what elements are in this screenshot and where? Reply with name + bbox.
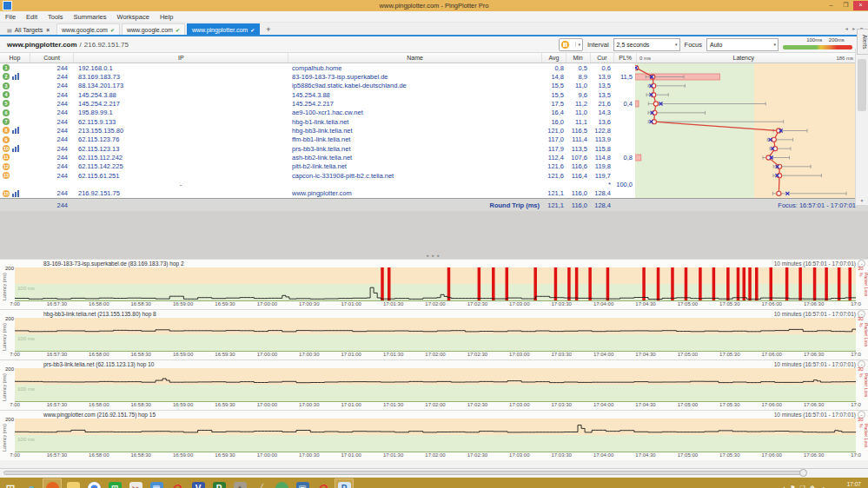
- new-tab-button[interactable]: +: [262, 23, 275, 35]
- x-tick-label: 17:04:00: [593, 301, 613, 307]
- scroll-down-icon[interactable]: ▼: [856, 196, 868, 205]
- tab-google-1[interactable]: www.google.com ✔: [56, 23, 120, 35]
- target-host: www.pingplotter.com: [7, 41, 77, 49]
- focus-select[interactable]: Auto ▾: [706, 38, 779, 51]
- packet-loss-cell: 100,0: [613, 181, 635, 188]
- internet-explorer-icon[interactable]: e: [22, 478, 41, 488]
- graphics-tool-icon[interactable]: ✦: [230, 478, 249, 488]
- internet-explorer-icon-glyph: e: [25, 482, 38, 488]
- count-cell: 244: [30, 64, 73, 72]
- min-cell: 9,6: [567, 91, 590, 99]
- x-tick-label: 17:04:30: [635, 452, 655, 458]
- scrollbar-thumb[interactable]: [3, 471, 805, 475]
- timeline-hop-8[interactable]: hbg-bb3-link.telia.net (213.155.135.80) …: [0, 309, 868, 359]
- hop-cell: 13: [0, 172, 30, 179]
- avg-cell: 0,8: [543, 64, 567, 72]
- project-icon[interactable]: P: [209, 478, 229, 488]
- network-status-icon[interactable]: ⚑×: [790, 485, 795, 488]
- cur-cell: 21,6: [590, 100, 613, 108]
- remote-desktop-icon[interactable]: ▣: [293, 478, 312, 488]
- opera-icon[interactable]: O: [168, 478, 187, 488]
- menu-tools[interactable]: Tools: [43, 13, 69, 21]
- latency-whisker-chart: [635, 63, 856, 198]
- menu-edit[interactable]: Edit: [21, 13, 43, 21]
- tab-label: All Targets: [15, 27, 43, 33]
- visio-icon-glyph: V: [192, 482, 205, 488]
- alerts-side-tab[interactable]: Alerts: [857, 29, 868, 55]
- col-ip[interactable]: IP: [74, 53, 288, 63]
- opera-2-icon[interactable]: O: [314, 478, 333, 488]
- tab-all-targets[interactable]: ▤ All Targets ×: [2, 23, 55, 35]
- tray-expand-icon[interactable]: ▴: [783, 485, 786, 488]
- calculator-icon-glyph: ▦: [150, 482, 163, 488]
- maximize-button[interactable]: ❐: [838, 1, 853, 10]
- hop-badge: 5: [3, 100, 10, 107]
- close-button[interactable]: ×: [853, 1, 868, 10]
- avg-cell: 121,6: [543, 172, 567, 180]
- close-icon[interactable]: ×: [46, 27, 50, 33]
- pause-button[interactable]: ▾: [559, 38, 583, 51]
- action-center-icon[interactable]: ❖: [810, 485, 815, 488]
- window-title: www.pingplotter.com - PingPlotter Pro: [0, 2, 868, 10]
- menu-summaries[interactable]: Summaries: [69, 13, 112, 21]
- firefox-icon[interactable]: [43, 478, 62, 488]
- avg-cell: 14,8: [543, 73, 567, 81]
- col-pl[interactable]: PL%: [614, 53, 637, 63]
- timeline-hop-10[interactable]: prs-bb3-link.telia.net (62.115.123.13) h…: [0, 359, 868, 410]
- col-avg[interactable]: Avg: [542, 53, 567, 63]
- scrollbar-knob[interactable]: [799, 469, 807, 477]
- microphone-icon[interactable]: ╱: [251, 478, 270, 488]
- menu-file[interactable]: File: [0, 13, 21, 21]
- volume-icon[interactable]: ◄: [819, 485, 825, 488]
- svg-text:100 ms: 100 ms: [17, 437, 35, 442]
- timeline-plot[interactable]: 100 ms: [15, 318, 856, 352]
- scrollbar-thumb[interactable]: [858, 59, 866, 111]
- pl-max-label: 30: [858, 316, 864, 321]
- start-button[interactable]: ⊞: [1, 478, 20, 488]
- footer-count: 244: [0, 201, 73, 209]
- pingplotter-icon[interactable]: P: [335, 478, 354, 488]
- menu-help[interactable]: Help: [155, 13, 178, 21]
- x-tick-label: 17:06:00: [762, 352, 782, 357]
- timeline-hop-2[interactable]: 83-169-183-73-isp.superkabel.de (83.169.…: [0, 259, 868, 309]
- min-cell: 116,0: [567, 189, 590, 197]
- pl-max-label: 30: [858, 366, 864, 372]
- visio-icon[interactable]: V: [189, 478, 208, 488]
- file-explorer-icon[interactable]: [63, 478, 83, 488]
- hop-cell: 15: [0, 190, 30, 197]
- calculator-icon[interactable]: ▦: [147, 478, 166, 488]
- x-axis: 7:0016:57:3016:58:0016:58:3016:59:0016:5…: [0, 351, 868, 359]
- col-cur[interactable]: Cur: [591, 53, 615, 63]
- hop-cell: 12: [0, 163, 30, 170]
- col-hop[interactable]: Hop: [0, 53, 30, 63]
- timeline-plot[interactable]: 100 ms: [15, 368, 856, 402]
- timeline-title-row: www.pingplotter.com (216.92.151.75) hop …: [0, 411, 868, 419]
- avg-cell: 15,5: [543, 91, 567, 99]
- snipping-tool-icon[interactable]: ✂: [126, 478, 145, 488]
- windows-update-icon[interactable]: ❏: [799, 485, 805, 488]
- tab-pingplotter[interactable]: www.pingplotter.com ✔: [187, 23, 260, 35]
- globe-icon[interactable]: [272, 478, 291, 488]
- store-icon[interactable]: ⊞: [105, 478, 124, 488]
- clock[interactable]: 17:07 19.05.2020: [832, 481, 861, 488]
- timeline-plot[interactable]: 100 ms: [15, 419, 856, 452]
- pingplotter-icon-glyph: P: [338, 482, 351, 488]
- col-min[interactable]: Min: [567, 53, 591, 63]
- latency-color-legend: 100ms 200ms: [783, 38, 852, 50]
- timeline-horizontal-scrollbar[interactable]: [0, 468, 868, 478]
- interval-select[interactable]: 2,5 seconds ▾: [613, 38, 680, 51]
- chevron-down-icon[interactable]: ▾: [575, 42, 582, 47]
- col-name[interactable]: Name: [288, 53, 542, 63]
- x-tick-label: 17:05:00: [678, 452, 698, 458]
- splitter-handle[interactable]: ●●●: [426, 253, 441, 258]
- menu-workspace[interactable]: Workspace: [111, 13, 154, 21]
- minimize-button[interactable]: –: [824, 1, 838, 10]
- col-count[interactable]: Count: [30, 53, 75, 63]
- timeline-hop-15[interactable]: www.pingplotter.com (216.92.151.75) hop …: [0, 410, 868, 460]
- timeline-plot[interactable]: 100 ms: [15, 267, 856, 301]
- packet-loss-cell: 0,4: [613, 100, 635, 108]
- table-vertical-scrollbar[interactable]: ▲ ▼: [855, 49, 868, 205]
- x-tick-label: 17:02:30: [467, 452, 487, 458]
- tab-google-2[interactable]: www.google.com ✔: [122, 23, 185, 35]
- chrome-icon[interactable]: [84, 478, 103, 488]
